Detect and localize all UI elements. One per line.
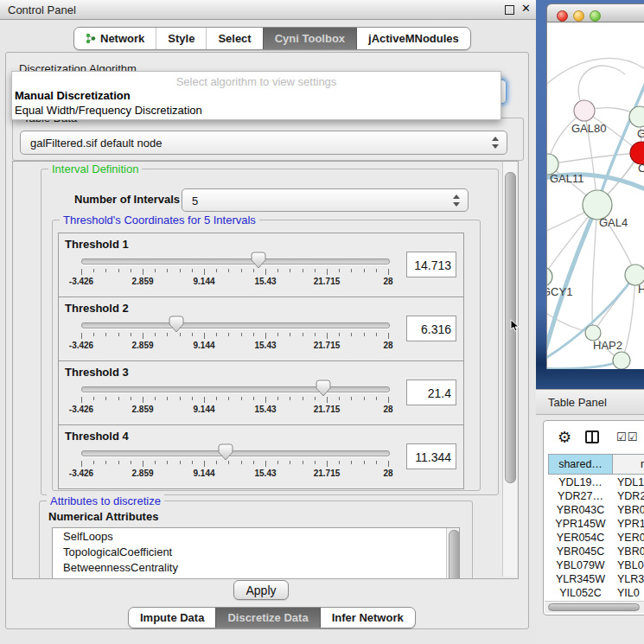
- cell-shared-name: YBL079W: [548, 559, 613, 571]
- table-row[interactable]: YIL052CYIL0: [544, 587, 644, 601]
- bottom-tab-bar: Impute DataDiscretize DataInfer Network: [128, 607, 416, 628]
- cell-shared-name: YPR145W: [548, 518, 613, 530]
- column-header-shared-name[interactable]: shared…: [548, 454, 613, 475]
- slider-tick: [192, 333, 193, 336]
- apply-button[interactable]: Apply: [233, 580, 289, 600]
- network-node[interactable]: [613, 352, 630, 369]
- tab-select[interactable]: Select: [206, 28, 262, 49]
- top-tab-bar: NetworkStyleSelectCyni ToolboxjActiveMNo…: [73, 27, 471, 50]
- table-data-group: Table Data galFiltered.sif default node: [12, 118, 524, 161]
- dropdown-option-equal-width-frequency-discretization[interactable]: Equal Width/Frequency Discretization: [15, 104, 202, 117]
- network-edge-highlighted[interactable]: [547, 360, 622, 369]
- slider-tick: [265, 333, 266, 339]
- network-node-gcy1[interactable]: [547, 267, 552, 286]
- threshold-label: Threshold 3: [65, 366, 129, 379]
- slider-tick: [351, 333, 352, 336]
- close-icon[interactable]: ✕: [521, 2, 531, 15]
- list-scrollbar-thumb[interactable]: [449, 530, 460, 579]
- tab-impute-data[interactable]: Impute Data: [129, 608, 215, 628]
- cell-shared-name: YER054C: [548, 532, 613, 544]
- slider-thumb[interactable]: [169, 316, 184, 333]
- slider-tick: [81, 333, 82, 339]
- close-traffic-light-icon[interactable]: [557, 10, 568, 22]
- table-row[interactable]: YBR043CYBR0: [544, 504, 644, 518]
- network-edge[interactable]: [548, 153, 641, 164]
- slider-thumb[interactable]: [251, 252, 266, 269]
- table-data-combobox[interactable]: galFiltered.sif default node: [20, 131, 507, 155]
- table-hscroll-thumb[interactable]: [548, 603, 640, 611]
- tab-network[interactable]: Network: [74, 28, 156, 49]
- slider-tick: [131, 397, 131, 400]
- slider-tick: [364, 461, 365, 464]
- network-node-gal4[interactable]: [583, 190, 612, 220]
- slider-tick: [351, 397, 352, 400]
- slider-tick-label: 15.43: [254, 469, 276, 478]
- list-scrollbar[interactable]: [446, 528, 459, 579]
- combo-spinner-icon: [453, 194, 461, 207]
- checkbox-icons[interactable]: ☑☑: [616, 430, 638, 443]
- table-row[interactable]: YLR345WYLR3: [544, 573, 644, 587]
- column-header-name[interactable]: na: [612, 454, 644, 475]
- table-row[interactable]: YBR045CYBR0: [544, 545, 644, 559]
- gear-icon[interactable]: ⚙: [558, 430, 571, 445]
- slider-track[interactable]: [81, 386, 390, 392]
- number-of-intervals-combobox[interactable]: 5: [182, 188, 469, 212]
- attribute-item-selfloops[interactable]: SelfLoops: [53, 528, 459, 544]
- network-node-gal80[interactable]: [574, 100, 595, 121]
- settings-scrollbar[interactable]: [502, 162, 517, 577]
- table-row[interactable]: YER054CYER0: [544, 532, 644, 545]
- minimize-traffic-light-icon[interactable]: [573, 10, 584, 22]
- attribute-item-topologicalcoefficient[interactable]: TopologicalCoefficient: [53, 544, 459, 559]
- cell-shared-name: YBR045C: [548, 545, 613, 558]
- slider-track[interactable]: [81, 450, 390, 456]
- float-window-icon[interactable]: [505, 5, 514, 15]
- split-columns-icon[interactable]: [585, 430, 599, 443]
- threshold-value-field[interactable]: 14.713: [406, 252, 456, 277]
- network-node-g[interactable]: [629, 106, 644, 127]
- slider-tick: [118, 333, 119, 336]
- slider-tick: [265, 269, 266, 275]
- network-edge[interactable]: [622, 275, 635, 360]
- tab-discretize-data[interactable]: Discretize Data: [215, 608, 319, 628]
- attribute-item-betweennesscentrality[interactable]: BetweennessCentrality: [53, 559, 459, 575]
- network-edge[interactable]: [592, 205, 597, 333]
- network-node-label: GCY1: [547, 285, 572, 298]
- tab-jactivemnodules[interactable]: jActiveMNodules: [356, 28, 470, 49]
- numerical-attributes-list[interactable]: SelfLoopsTopologicalCoefficientBetweenne…: [52, 527, 460, 579]
- tab-label: Cyni Toolbox: [275, 32, 345, 45]
- table-row[interactable]: YDR27…YDR2: [544, 490, 644, 504]
- slider-tick: [118, 461, 119, 464]
- slider-track[interactable]: [81, 258, 390, 265]
- table-row[interactable]: YPR145WYPR1: [544, 518, 644, 532]
- network-node-label: C: [638, 162, 644, 175]
- slider-tick: [376, 397, 377, 400]
- dropdown-option-manual-discretization[interactable]: Manual Discretization: [15, 89, 131, 102]
- network-canvas[interactable]: GAL80GCGAL11GAL4GCY1HHAP2: [546, 22, 644, 369]
- zoom-traffic-light-icon[interactable]: [590, 10, 601, 22]
- slider-tick-label: -3.426: [69, 469, 93, 478]
- thresholds-group: Threshold's Coordinates for 5 Intervals …: [52, 220, 481, 491]
- slider-tick: [167, 461, 168, 464]
- table-horizontal-scrollbar[interactable]: [545, 601, 644, 613]
- tab-cyni-toolbox[interactable]: Cyni Toolbox: [263, 28, 356, 49]
- threshold-value-field[interactable]: 21.4: [406, 379, 456, 405]
- threshold-value-field[interactable]: 11.344: [406, 443, 456, 469]
- threshold-value-field[interactable]: 6.316: [406, 316, 456, 341]
- tab-style[interactable]: Style: [156, 28, 206, 49]
- slider-thumb[interactable]: [316, 379, 331, 397]
- network-edge[interactable]: [547, 58, 644, 92]
- slider-tick-label: 28: [383, 405, 392, 414]
- slider-tick: [228, 269, 229, 272]
- network-window-titlebar[interactable]: [546, 3, 644, 22]
- slider-thumb[interactable]: [218, 443, 233, 461]
- slider-tick: [167, 397, 168, 400]
- slider-tick: [327, 269, 328, 275]
- mouse-cursor: [510, 319, 520, 333]
- slider-track[interactable]: [81, 322, 390, 328]
- table-panel-titlebar[interactable]: Table Panel: [536, 389, 644, 415]
- tab-infer-network[interactable]: Infer Network: [320, 608, 415, 628]
- table-row[interactable]: YBL079WYBL0: [544, 559, 644, 573]
- table-row[interactable]: YDL19…YDL1: [544, 476, 644, 490]
- slider-tick-label: 2.859: [131, 341, 153, 350]
- slider-tick: [192, 269, 193, 272]
